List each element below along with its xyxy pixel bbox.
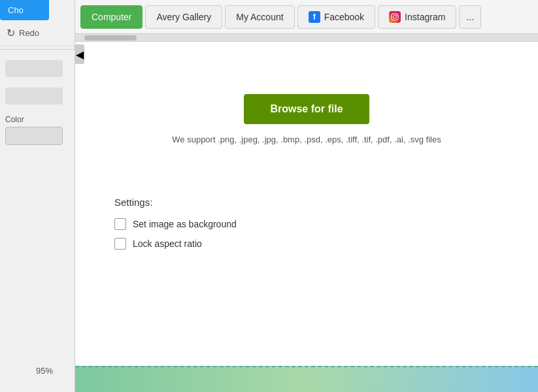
set-background-checkbox[interactable]: [114, 218, 126, 230]
settings-title: Settings:: [114, 197, 454, 208]
tab-facebook[interactable]: f Facebook: [297, 5, 375, 29]
color-label: Color: [0, 112, 75, 124]
divider-1: [0, 49, 75, 50]
redo-button[interactable]: ↻ Redo: [0, 20, 75, 46]
settings-section: Settings: Set image as background Lock a…: [101, 197, 467, 257]
setting-item-aspect: Lock aspect ratio: [114, 238, 454, 250]
content-area: Browse for file We support .png, .jpeg, …: [75, 42, 538, 392]
browse-section: Browse for file We support .png, .jpeg, …: [172, 94, 441, 144]
slider-area: [0, 52, 75, 112]
browse-button[interactable]: Browse for file: [244, 94, 369, 124]
chevron-left-icon: ◀: [76, 48, 84, 61]
zoom-percent: 95%: [36, 366, 53, 376]
thumbnail-strip: [75, 366, 538, 392]
color-picker[interactable]: [5, 127, 63, 145]
tab-computer[interactable]: Computer: [80, 5, 143, 29]
lock-aspect-label: Lock aspect ratio: [133, 238, 202, 249]
support-text: We support .png, .jpeg, .jpg, .bmp, .psd…: [172, 135, 441, 144]
choose-button[interactable]: Cho: [0, 0, 49, 20]
redo-icon: ↻: [7, 27, 15, 39]
set-background-label: Set image as background: [133, 219, 237, 229]
tab-facebook-label: Facebook: [324, 12, 364, 22]
scroll-bar[interactable]: [75, 34, 538, 42]
tab-my-account[interactable]: My Account: [225, 5, 294, 29]
slider-bar-1[interactable]: [5, 60, 63, 77]
collapse-arrow[interactable]: ◀: [75, 44, 84, 64]
lock-aspect-checkbox[interactable]: [114, 238, 126, 250]
svg-point-2: [396, 14, 397, 16]
slider-bar-2[interactable]: [5, 88, 63, 105]
tab-instagram[interactable]: Instagram: [378, 5, 456, 29]
sidebar: Cho ↻ Redo Color 95%: [0, 0, 75, 392]
redo-label: Redo: [19, 28, 39, 38]
main-panel: Computer Avery Gallery My Account f Face…: [75, 0, 538, 392]
scroll-thumb[interactable]: [84, 35, 137, 41]
tab-more-label: ...: [466, 12, 474, 22]
tab-bar: Computer Avery Gallery My Account f Face…: [75, 0, 538, 34]
setting-item-background: Set image as background: [114, 218, 454, 230]
facebook-icon: f: [309, 11, 320, 23]
svg-rect-0: [392, 14, 398, 20]
tab-more[interactable]: ...: [459, 5, 481, 29]
tab-avery-gallery[interactable]: Avery Gallery: [145, 5, 222, 29]
instagram-icon: [389, 11, 401, 23]
tab-computer-label: Computer: [92, 12, 131, 22]
svg-point-1: [394, 15, 397, 18]
tab-instagram-label: Instagram: [405, 12, 445, 22]
tab-my-account-label: My Account: [236, 12, 283, 22]
tab-avery-gallery-label: Avery Gallery: [156, 12, 211, 22]
